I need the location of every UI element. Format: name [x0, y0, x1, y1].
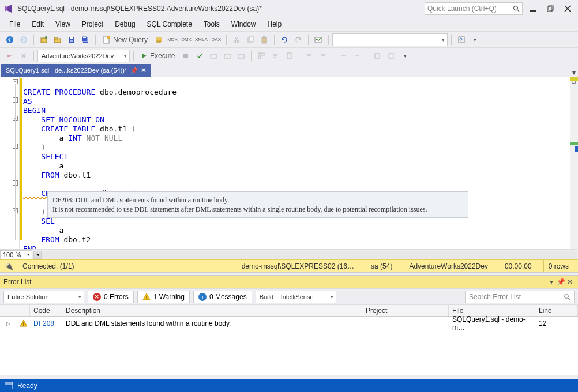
quick-launch-input[interactable]: Quick Launch (Ctrl+Q) [425, 2, 523, 15]
navigate-forward-button[interactable] [17, 33, 30, 46]
error-code[interactable]: DF208 [30, 319, 62, 327]
minimize-button[interactable] [526, 2, 540, 16]
misc-button-1[interactable] [371, 50, 384, 62]
uncomment-button[interactable] [317, 50, 329, 62]
col-line[interactable]: Line [535, 305, 578, 316]
messages-filter[interactable]: i0 Messages [193, 291, 252, 303]
warnings-filter[interactable]: !1 Warning [137, 291, 190, 303]
menu-view[interactable]: View [50, 19, 76, 29]
new-project-button[interactable] [37, 33, 50, 46]
error-source-combo[interactable]: Build + IntelliSense [256, 291, 336, 303]
panel-close-icon[interactable]: ✕ [565, 278, 575, 286]
error-icon: ✕ [93, 293, 101, 301]
results-file-button[interactable] [283, 50, 295, 62]
connect-button[interactable] [3, 50, 16, 62]
menu-project[interactable]: Project [76, 19, 109, 29]
svg-line-62 [568, 298, 570, 300]
svg-rect-57 [375, 54, 380, 58]
plan1-button[interactable] [207, 50, 220, 62]
dax-button[interactable]: DAX [210, 33, 223, 46]
scrollbar-horizontal[interactable]: ◂ [33, 251, 577, 259]
results-text-button[interactable] [269, 50, 282, 62]
activity-monitor-button[interactable] [312, 33, 325, 46]
paste-button[interactable] [258, 33, 271, 46]
menu-debug[interactable]: Debug [109, 19, 141, 29]
quick-launch-placeholder: Quick Launch (Ctrl+Q) [427, 5, 497, 13]
outdent-button[interactable] [351, 50, 363, 62]
menu-file[interactable]: File [3, 19, 26, 29]
svg-rect-58 [389, 54, 393, 58]
navigate-back-button[interactable] [3, 33, 16, 46]
document-tab-label: SQLQuery1.sql - de...ks2022Dev (sa (54))… [6, 67, 127, 74]
stop-button[interactable] [179, 50, 192, 62]
toolbar2-overflow-icon[interactable]: ▾ [399, 50, 411, 62]
xmla-button[interactable]: XMLA [194, 33, 209, 46]
svg-rect-37 [7, 55, 10, 57]
window-layout-icon[interactable] [5, 382, 13, 389]
toolbar-sql: AdventureWorks2022Dev Execute ▾ [0, 47, 578, 63]
error-line: 12 [535, 319, 578, 327]
save-button[interactable] [65, 33, 78, 46]
col-project[interactable]: Project [362, 305, 449, 316]
solution-config-combo[interactable] [332, 33, 448, 46]
zoom-combo[interactable]: 100 %▾ [0, 250, 32, 259]
tab-close-icon[interactable]: ✕ [141, 66, 147, 74]
code-editor[interactable]: CREATE PROCEDURE dbo.demoprocedure AS BE… [0, 77, 578, 249]
pin-icon[interactable]: 📌 [130, 67, 137, 74]
svg-line-3 [517, 10, 519, 12]
plan2-button[interactable] [221, 50, 234, 62]
error-scope-combo[interactable]: Entire Solution [3, 291, 84, 303]
undo-button[interactable] [278, 33, 291, 46]
svg-text:!: ! [23, 321, 25, 327]
col-expand[interactable] [0, 305, 16, 316]
col-code[interactable]: Code [30, 305, 62, 316]
mdx-button[interactable]: MDX [166, 33, 179, 46]
tab-dropdown-icon[interactable]: ▾ [570, 69, 578, 77]
copy-button[interactable] [244, 33, 257, 46]
svg-rect-41 [211, 54, 216, 58]
menu-edit[interactable]: Edit [26, 19, 50, 29]
error-row[interactable]: ▷ ! DF208 DDL and DML statements found w… [0, 317, 578, 330]
new-query-button[interactable]: New Query [99, 33, 151, 46]
window-title: SQLQuery1.sql - demo-mssql\SQLEXPRESS02.… [17, 5, 262, 13]
search-error-list-input[interactable]: Search Error List [465, 291, 575, 303]
parse-button[interactable] [193, 50, 206, 62]
restore-button[interactable] [543, 2, 557, 16]
comment-button[interactable] [303, 50, 316, 62]
database-combo[interactable]: AdventureWorks2022Dev [37, 50, 130, 62]
errors-filter[interactable]: ✕0 Errors [88, 291, 134, 303]
toolbar-overflow-icon[interactable]: ▾ [469, 33, 482, 46]
menu-tools[interactable]: Tools [198, 19, 226, 29]
save-all-button[interactable] [79, 33, 92, 46]
scrollbar-vertical[interactable]: ▢ [570, 77, 578, 249]
code-text[interactable]: CREATE PROCEDURE dbo.demoprocedure AS BE… [20, 77, 578, 249]
find-button[interactable] [455, 33, 468, 46]
menu-window[interactable]: Window [226, 19, 262, 29]
svg-point-9 [6, 36, 13, 43]
panel-pin-icon[interactable]: 📌 [556, 278, 565, 286]
db-icon-button[interactable] [152, 33, 165, 46]
cut-button[interactable] [230, 33, 243, 46]
panel-dropdown-icon[interactable]: ▾ [547, 278, 556, 286]
menu-help[interactable]: Help [262, 19, 288, 29]
open-button[interactable] [51, 33, 64, 46]
change-connection-button[interactable] [17, 50, 30, 62]
col-icon[interactable] [16, 305, 30, 316]
misc-button-2[interactable] [385, 50, 397, 62]
fold-toggle[interactable] [13, 79, 18, 84]
close-button[interactable] [561, 2, 575, 16]
svg-rect-16 [70, 37, 73, 39]
menu-sqlcomplete[interactable]: SQL Complete [141, 19, 198, 29]
ide-status-bar: Ready [0, 379, 578, 392]
execute-button[interactable]: Execute [137, 50, 178, 62]
plan3-button[interactable] [235, 50, 247, 62]
redo-button[interactable] [292, 33, 305, 46]
dmx-button[interactable]: DMX [180, 33, 193, 46]
document-tab[interactable]: SQLQuery1.sql - de...ks2022Dev (sa (54))… [1, 64, 151, 77]
col-file[interactable]: File [449, 305, 535, 316]
title-bar: SQLQuery1.sql - demo-mssql\SQLEXPRESS02.… [0, 0, 578, 17]
results-grid-button[interactable] [255, 50, 268, 62]
indent-button[interactable] [337, 50, 350, 62]
col-description[interactable]: Description [62, 305, 362, 316]
expand-icon[interactable]: ▷ [4, 321, 13, 326]
